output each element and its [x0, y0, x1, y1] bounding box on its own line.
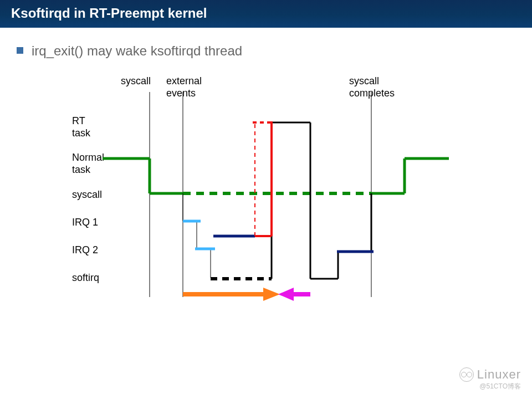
bullet-row: irq_exit() may wake ksoftirqd thread [17, 43, 515, 59]
svg-marker-31 [263, 288, 280, 301]
page-title: Ksoftirqd in RT-Preempt kernel [11, 6, 207, 21]
wechat-icon [459, 367, 474, 382]
title-bar: Ksoftirqd in RT-Preempt kernel [0, 0, 532, 28]
arrow-orange [183, 288, 280, 301]
trace-normal-green [103, 158, 449, 193]
trace-navy [213, 236, 374, 252]
watermark: Linuxer @51CTO博客 [459, 367, 521, 391]
trace-black [183, 122, 371, 279]
trace-rt-red [253, 121, 273, 236]
svg-marker-33 [278, 288, 294, 301]
diagram-svg [72, 75, 460, 319]
bullet-text: irq_exit() may wake ksoftirqd thread [32, 43, 242, 59]
timing-diagram: syscall externalevents syscallcompletes … [72, 75, 460, 319]
watermark-sub: @51CTO博客 [459, 382, 521, 391]
slide-body: irq_exit() may wake ksoftirqd thread sys… [0, 28, 532, 319]
watermark-name: Linuxer [477, 367, 521, 382]
bullet-square-icon [17, 47, 23, 54]
arrow-magenta [278, 288, 310, 301]
trace-irq-blue [183, 221, 215, 249]
